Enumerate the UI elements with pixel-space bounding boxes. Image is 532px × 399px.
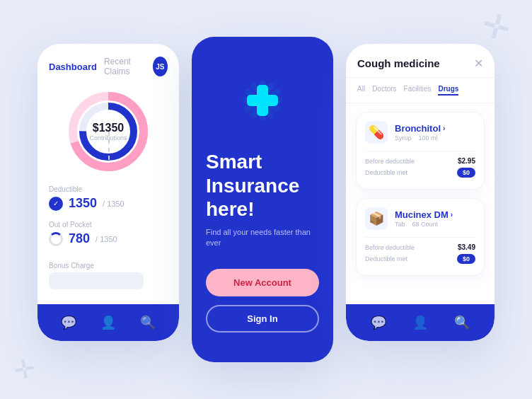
bonus-section: Bonus Charge [37,262,179,289]
drug-info-1: Bronchitol › Syrup 100 ml [395,123,445,141]
drug-icon-2: 📦 [365,207,388,230]
drug-name-2: Mucinex DM › [395,209,453,220]
met-badge-1: $0 [457,168,475,178]
new-account-button[interactable]: New Account [206,269,319,296]
nav-chat-icon[interactable]: 💬 [61,315,76,330]
drug-chevron-1: › [443,125,445,132]
drug-prices-2: Before deductible $3.49 Deductible met $… [365,237,475,264]
user-avatar: JS [153,57,168,76]
insurance-content: Smart Insurance here! Find all your need… [192,37,333,362]
before-label-1: Before deductible [365,158,415,165]
before-deductible-row-2: Before deductible $3.49 [365,243,475,251]
met-badge-2: $0 [457,254,475,264]
deductible-check-icon: ✓ [49,197,63,211]
phone-medicine: Cough medicine ✕ All Doctors Facilities … [346,44,495,341]
drug-meta-2: Tab 68 Count [395,221,453,228]
medicine-header: Cough medicine ✕ [346,44,495,78]
filter-all[interactable]: All [357,85,365,96]
deductible-values: ✓ 1350 / 1350 [49,196,168,211]
deductible-main: 1350 [69,196,97,211]
nav-search-icon[interactable]: 🔍 [140,315,156,330]
svg-rect-17 [247,95,278,106]
filter-doctors[interactable]: Doctors [372,85,396,96]
deductible-met-row-2: Deductible met $0 [365,254,475,264]
drug-info-2: Mucinex DM › Tab 68 Count [395,209,453,228]
out-of-pocket-main: 780 [69,231,90,246]
out-of-pocket-sub: / 1350 [96,235,117,243]
out-of-pocket-label: Out of Pocket [49,221,168,229]
phone-insurance: Smart Insurance here! Find all your need… [192,37,333,362]
medicine-nav-chat-icon[interactable]: 💬 [371,315,386,330]
nav-user-icon[interactable]: 👤 [100,315,116,330]
drug-header-1: 💊 Bronchitol › Syrup 100 ml [365,121,475,144]
before-deductible-row-1: Before deductible $2.95 [365,157,475,165]
drug-card-mucinex[interactable]: 📦 Mucinex DM › Tab 68 Count Before deduc… [356,198,485,276]
out-of-pocket-values: 780 / 1350 [49,231,168,246]
drug-name-1: Bronchitol › [395,123,445,134]
contribution-label: Contributions [89,134,127,141]
sign-in-button[interactable]: Sign In [206,305,319,332]
drug-icon-1: 💊 [365,121,388,144]
met-label-2: Deductible met [365,255,407,262]
deductible-met-row-1: Deductible met $0 [365,168,475,178]
tab-recent-claims[interactable]: Recent Claims [104,57,146,76]
cross-container [206,58,319,143]
before-price-2: $3.49 [458,243,475,251]
phones-container: Dashboard Recent Claims JS $1350 Contrib… [23,23,509,376]
out-of-pocket-row: Out of Pocket 780 / 1350 [49,221,168,246]
phone-dashboard: Dashboard Recent Claims JS $1350 Contrib… [37,44,179,341]
drug-prices-1: Before deductible $2.95 Deductible met $… [365,151,475,178]
drug-chevron-2: › [451,211,453,219]
out-of-pocket-ring-icon [49,232,63,246]
drug-header-2: 📦 Mucinex DM › Tab 68 Count [365,207,475,230]
insurance-subtitle: Find all your needs faster than ever [206,227,319,249]
deductible-label: Deductible [49,185,168,193]
close-button[interactable]: ✕ [474,57,483,70]
medicine-nav-search-icon[interactable]: 🔍 [454,315,470,330]
stats-section: Deductible ✓ 1350 / 1350 Out of Pocket 7… [37,180,179,262]
donut-center: $1350 Contributions [89,122,127,141]
before-label-2: Before deductible [365,244,415,251]
contribution-amount: $1350 [89,122,127,134]
met-label-1: Deductible met [365,169,407,176]
filter-facilities[interactable]: Facilities [404,85,432,96]
drug-meta-1: Syrup 100 ml [395,134,445,141]
filter-tabs: All Doctors Facilities Drugs [346,78,495,103]
deductible-row: Deductible ✓ 1350 / 1350 [49,185,168,211]
donut-chart: $1350 Contributions [37,89,179,174]
drug-card-bronchitol[interactable]: 💊 Bronchitol › Syrup 100 ml Before deduc… [356,112,485,190]
medical-cross-icon [244,82,281,119]
dashboard-bottom-nav: 💬 👤 🔍 [37,304,179,341]
deductible-sub: / 1350 [103,200,125,208]
bonus-label: Bonus Charge [49,262,168,270]
medicine-nav-user-icon[interactable]: 👤 [412,315,428,330]
medicine-bottom-nav: 💬 👤 🔍 [346,304,495,341]
bonus-value-bar [49,272,144,289]
insurance-title: Smart Insurance here! [206,150,319,221]
filter-drugs[interactable]: Drugs [438,85,458,96]
before-price-1: $2.95 [458,157,475,165]
tab-dashboard[interactable]: Dashboard [49,62,97,72]
medicine-title: Cough medicine [357,57,440,69]
dashboard-header: Dashboard Recent Claims JS [37,44,179,83]
